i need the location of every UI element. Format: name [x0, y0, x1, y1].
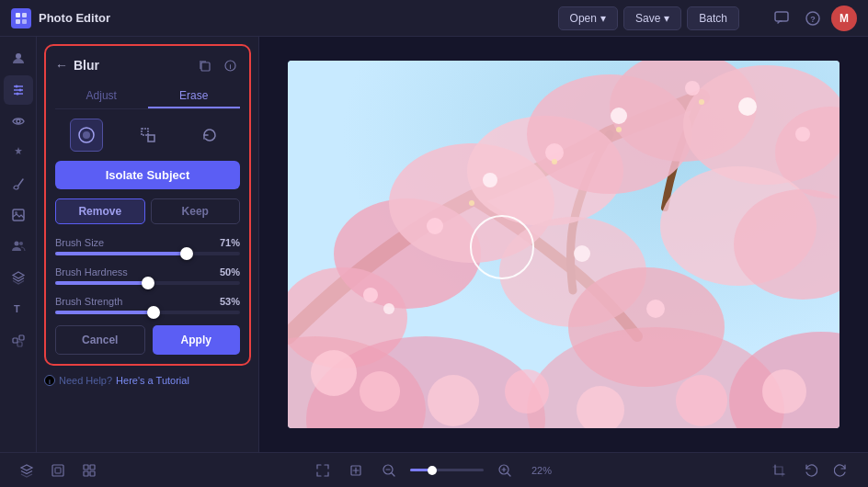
action-buttons: Cancel Apply — [55, 325, 240, 355]
help-icon-button[interactable]: ? — [800, 6, 826, 31]
brush-hardness-label: Brush Hardness — [55, 266, 128, 277]
apply-button[interactable]: Apply — [153, 325, 241, 355]
help-prefix: Need Help? — [59, 375, 112, 386]
zoom-level: 22% — [526, 465, 558, 476]
isolate-subject-button[interactable]: Isolate Subject — [55, 161, 240, 189]
tool-icon-selection[interactable] — [131, 119, 165, 152]
back-button[interactable]: ← — [55, 58, 68, 73]
brush-icon — [11, 176, 26, 191]
bottom-right-tools — [767, 459, 853, 482]
svg-point-53 — [795, 127, 810, 142]
panel-title: Blur — [74, 58, 188, 73]
tool-icon-circle[interactable] — [70, 119, 103, 152]
help-text: i Need Help? Here's a Tutorial — [44, 375, 251, 386]
users-icon — [11, 239, 26, 254]
redo-button[interactable] — [829, 459, 853, 482]
svg-point-69 — [616, 127, 622, 132]
cancel-button[interactable]: Cancel — [55, 325, 145, 355]
zoom-slider[interactable] — [410, 469, 484, 471]
icon-sidebar: T — [0, 37, 37, 452]
svg-point-70 — [699, 99, 704, 105]
remove-button[interactable]: Remove — [55, 198, 145, 224]
svg-rect-71 — [52, 465, 63, 476]
brush-hardness-section: Brush Hardness 50% — [55, 266, 240, 285]
sidebar-item-layers[interactable] — [4, 263, 33, 292]
svg-point-14 — [17, 119, 20, 123]
topbar: Photo Editor Open ▾ Save ▾ Batch ? M — [0, 0, 868, 37]
cherry-blossom-svg — [288, 61, 839, 428]
brush-strength-value: 53% — [220, 296, 240, 307]
svg-point-67 — [469, 200, 474, 206]
refresh-icon — [200, 126, 219, 144]
brush-strength-label: Brush Strength — [55, 296, 122, 307]
brush-hardness-slider[interactable] — [55, 281, 240, 285]
sidebar-item-image[interactable] — [4, 200, 33, 230]
sidebar-item-profile[interactable] — [4, 44, 33, 74]
layers-bottom-button[interactable] — [15, 459, 39, 482]
undo-icon — [803, 463, 817, 478]
grid-button[interactable] — [77, 459, 101, 482]
circle-brush-icon — [77, 126, 96, 144]
selection-icon — [139, 126, 157, 144]
fullscreen-button[interactable] — [311, 459, 335, 482]
sidebar-item-brush[interactable] — [4, 169, 33, 198]
layers-icon — [11, 270, 26, 285]
frame-icon — [51, 463, 65, 478]
svg-point-16 — [15, 211, 17, 214]
avatar[interactable]: M — [831, 6, 857, 31]
sidebar-item-text[interactable]: T — [4, 294, 33, 323]
redo-icon — [834, 463, 849, 478]
sidebar-item-effects[interactable] — [4, 325, 33, 355]
brush-strength-slider[interactable] — [55, 311, 240, 314]
svg-point-51 — [685, 81, 700, 96]
panel: ← Blur i — [37, 37, 259, 452]
zoom-in-button[interactable] — [493, 459, 517, 482]
sidebar-item-adjust[interactable] — [4, 75, 33, 105]
svg-point-45 — [363, 288, 378, 302]
frame-button[interactable] — [46, 459, 70, 482]
panel-header: ← Blur i — [55, 55, 240, 75]
sidebar-item-eye[interactable] — [4, 107, 33, 136]
sidebar-item-magic[interactable] — [4, 138, 33, 167]
crop-button[interactable] — [767, 459, 791, 482]
layers-bottom-icon — [19, 463, 34, 478]
zoom-out-icon — [382, 463, 396, 478]
svg-rect-21 — [19, 335, 24, 340]
fit-button[interactable] — [344, 459, 368, 482]
svg-point-61 — [360, 371, 400, 412]
keep-button[interactable]: Keep — [151, 198, 241, 224]
tab-adjust[interactable]: Adjust — [55, 85, 148, 108]
text-icon: T — [11, 301, 26, 316]
bottom-toolbar: 22% — [0, 452, 868, 487]
tab-erase[interactable]: Erase — [148, 85, 241, 108]
open-label: Open — [570, 12, 597, 25]
brush-size-thumb — [180, 247, 193, 260]
bottom-left-tools — [15, 459, 101, 482]
zoom-out-button[interactable] — [377, 459, 401, 482]
info-icon-button[interactable]: i — [220, 55, 240, 75]
fullscreen-icon — [315, 463, 330, 478]
grid-icon — [82, 463, 97, 478]
copy-icon-button[interactable] — [194, 55, 214, 75]
brush-size-slider[interactable] — [55, 252, 240, 255]
brush-strength-thumb — [147, 306, 160, 319]
app-logo — [11, 8, 31, 28]
svg-point-7 — [16, 53, 21, 59]
canvas-area[interactable] — [259, 37, 868, 452]
comment-icon-button[interactable] — [769, 6, 794, 31]
svg-rect-20 — [13, 338, 17, 343]
copy-icon — [199, 60, 211, 72]
batch-button[interactable]: Batch — [687, 6, 739, 30]
open-button[interactable]: Open ▾ — [558, 6, 618, 30]
panel-tabs: Adjust Erase — [55, 85, 240, 109]
save-button[interactable]: Save ▾ — [623, 6, 681, 30]
tool-icons-row — [55, 119, 240, 152]
image-icon — [11, 208, 26, 222]
svg-point-48 — [483, 173, 497, 187]
undo-button[interactable] — [798, 459, 822, 482]
open-chevron-icon: ▾ — [600, 12, 606, 25]
zoom-in-icon — [497, 463, 512, 478]
help-link[interactable]: Here's a Tutorial — [116, 375, 189, 386]
tool-icon-refresh[interactable] — [193, 119, 226, 152]
sidebar-item-users[interactable] — [4, 232, 33, 261]
